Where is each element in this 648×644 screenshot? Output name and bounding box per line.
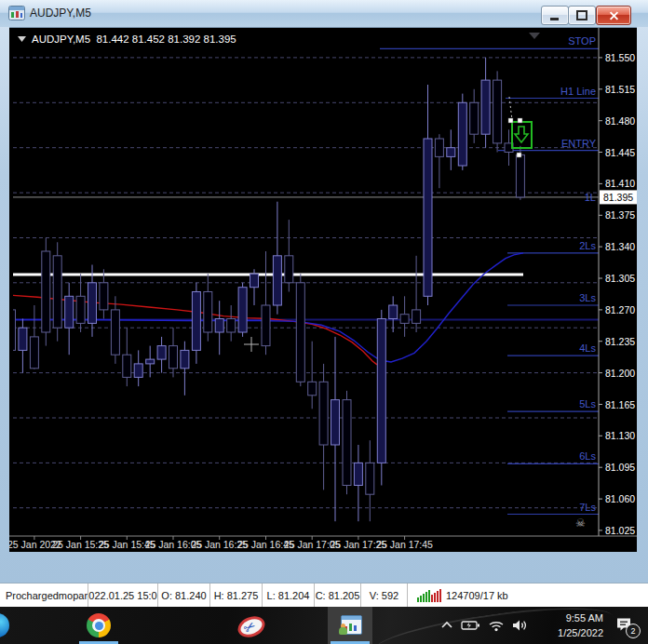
level-label-7Ls: 7Ls (579, 502, 596, 513)
price-tick-label: 81.270 (605, 304, 635, 315)
status-bar: Prochargedmopar 2022.01.25 15:05 O: 81.2… (0, 583, 648, 608)
price-tick-label: 81.480 (605, 115, 635, 127)
skull-marker-icon: ☠ (575, 517, 586, 530)
status-close: C: 81.205 (315, 584, 361, 608)
down-arrow-icon (515, 127, 528, 142)
status-open: O: 81.240 (158, 584, 210, 608)
notification-badge: 2 (626, 624, 641, 638)
close-button[interactable] (596, 6, 631, 25)
chart-ohlc-header: AUDJPY,M5 81.442 81.452 81.392 81.395 (32, 34, 236, 45)
minimize-icon (550, 18, 559, 20)
desktop-screen: AUDJPY,M5 STOPH1 LineENTRY1L2Ls3Ls4Ls5Ls… (0, 0, 648, 644)
battery-icon[interactable] (461, 618, 481, 633)
chart-shift-marker[interactable] (529, 33, 540, 39)
snipping-tool-icon: ✂ (236, 613, 263, 637)
price-tick-label: 81.060 (605, 493, 635, 504)
chart-canvas[interactable]: STOPH1 LineENTRY1L2Ls3Ls4Ls5Ls6Ls7Ls☠81.… (9, 27, 637, 552)
wifi-icon[interactable] (488, 618, 505, 633)
level-label-1L: 1L (585, 192, 596, 203)
taskbar-item-snipping-tool[interactable]: ✂ (227, 607, 272, 644)
tray-chevron-icon[interactable] (439, 618, 454, 633)
system-tray (439, 607, 529, 644)
price-tick-label: 81.340 (605, 241, 635, 252)
minimize-button[interactable] (541, 6, 569, 25)
status-account: Prochargedmopar (0, 584, 88, 608)
selection-handle[interactable] (518, 118, 522, 123)
price-tick-label: 81.515 (605, 84, 635, 95)
window-title: AUDJPY,M5 (30, 0, 91, 27)
notification-center-button[interactable]: 2 (614, 615, 637, 636)
maximize-button[interactable] (568, 6, 596, 25)
speaker-icon[interactable] (511, 618, 529, 633)
chrome-icon (87, 613, 111, 637)
level-label-5Ls: 5Ls (579, 398, 596, 409)
price-axis[interactable]: 81.55081.51581.48081.44581.41081.37581.3… (599, 28, 637, 536)
taskbar-item-mt4[interactable] (328, 607, 372, 644)
status-bar-time: 2022.01.25 15:05 (88, 584, 158, 608)
price-tick-label: 81.025 (605, 525, 635, 536)
price-tick-label: 81.305 (605, 273, 635, 284)
close-icon (609, 10, 619, 20)
level-label-4Ls: 4Ls (579, 342, 596, 354)
current-price-label: 81.395 (603, 192, 633, 203)
price-tick-label: 81.165 (605, 399, 635, 410)
price-tick-label: 81.200 (605, 368, 635, 379)
level-label-2Ls: 2Ls (579, 240, 596, 251)
price-tick-label: 81.130 (605, 430, 635, 441)
level-label-H1 Line: H1 Line (560, 86, 596, 97)
time-tick-label: 25 Jan 17:45 (376, 539, 433, 550)
connection-bars-icon (417, 589, 441, 602)
window-titlebar[interactable]: AUDJPY,M5 (0, 0, 648, 27)
mt4-chart-window: AUDJPY,M5 STOPH1 LineENTRY1L2Ls3Ls4Ls5Ls… (0, 0, 648, 584)
selection-handle[interactable] (508, 118, 513, 123)
taskbar: ✂ (0, 607, 648, 644)
object-tether-line (509, 97, 512, 120)
maximize-icon (576, 10, 587, 20)
price-tick-label: 81.095 (605, 462, 635, 473)
price-chart[interactable]: STOPH1 LineENTRY1L2Ls3Ls4Ls5Ls6Ls7Ls☠81.… (9, 28, 637, 552)
taskbar-clock[interactable]: 9:55 AM 1/25/2022 (536, 610, 603, 640)
ohlc-collapse-arrow[interactable] (18, 36, 26, 42)
clock-time: 9:55 AM (536, 610, 603, 625)
price-tick-label: 81.410 (605, 178, 635, 189)
level-label-STOP: STOP (568, 35, 596, 47)
chart-window-icon (8, 6, 25, 20)
price-tick-label: 81.375 (605, 209, 635, 221)
level-label-6Ls: 6Ls (579, 450, 596, 462)
candles (9, 58, 524, 521)
taskbar-item-chrome[interactable] (76, 607, 121, 644)
price-tick-label: 81.235 (605, 336, 635, 347)
mt4-icon (338, 614, 362, 637)
status-volume: V: 592 (361, 584, 408, 608)
status-connection: 124709/17 kb (408, 584, 648, 608)
status-low: L: 81.204 (263, 584, 315, 608)
browser-icon-partial[interactable] (0, 613, 9, 637)
level-label-ENTRY: ENTRY (561, 138, 597, 149)
time-axis[interactable]: 25 Jan 202225 Jan 15:2525 Jan 15:4525 Ja… (9, 536, 637, 550)
selection-handle[interactable] (517, 153, 521, 157)
level-label-3Ls: 3Ls (579, 292, 596, 303)
price-tick-label: 81.550 (605, 52, 635, 63)
status-high: H: 81.275 (210, 584, 263, 608)
clock-date: 1/25/2022 (536, 625, 603, 640)
price-tick-label: 81.445 (605, 147, 635, 158)
status-traffic: 124709/17 kb (446, 590, 508, 601)
